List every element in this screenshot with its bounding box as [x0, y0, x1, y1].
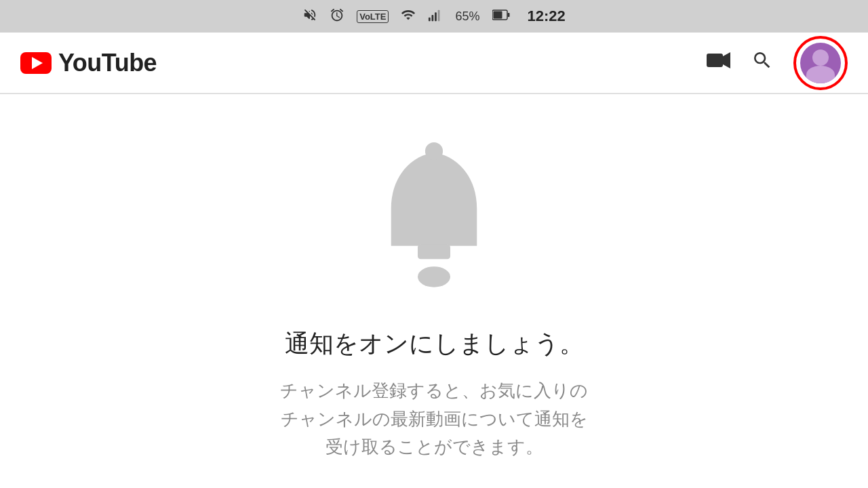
notification-title: 通知をオンにしましょう。	[285, 327, 584, 361]
video-camera-button[interactable]	[707, 51, 731, 75]
alarm-icon	[330, 7, 344, 26]
user-avatar	[800, 43, 841, 83]
battery-percentage: 65%	[455, 9, 479, 24]
signal-icon	[428, 7, 443, 26]
navbar-icons	[707, 36, 848, 90]
svg-rect-3	[438, 9, 440, 21]
main-content: 通知をオンにしましょう。 チャンネル登録すると、お気に入りの チャンネルの最新動…	[0, 94, 868, 462]
search-button[interactable]	[751, 49, 773, 76]
battery-icon	[492, 9, 510, 24]
wifi-icon	[401, 7, 416, 26]
avatar-person-icon	[800, 43, 841, 83]
svg-rect-6	[507, 13, 509, 17]
youtube-logo-text: YouTube	[58, 49, 157, 77]
bell-icon	[359, 135, 509, 298]
svg-rect-2	[435, 12, 437, 21]
navbar: YouTube	[0, 33, 868, 94]
svg-point-11	[418, 266, 450, 287]
svg-rect-5	[493, 11, 502, 18]
logo-container[interactable]: YouTube	[20, 49, 707, 77]
bell-icon-container	[359, 135, 509, 300]
notification-subtitle: チャンネル登録すると、お気に入りの チャンネルの最新動画について通知を 受け取る…	[280, 377, 588, 462]
volte-icon: VoLTE	[357, 10, 389, 23]
status-time: 12:22	[528, 7, 566, 25]
svg-marker-8	[723, 52, 730, 68]
subtitle-line2: チャンネルの最新動画について通知を	[280, 405, 588, 434]
svg-rect-1	[432, 15, 434, 21]
mute-icon	[302, 7, 317, 26]
status-bar: VoLTE 65% 12:2	[0, 0, 868, 33]
svg-rect-10	[418, 244, 450, 259]
subtitle-line1: チャンネル登録すると、お気に入りの	[280, 377, 588, 405]
subtitle-line3: 受け取ることができます。	[280, 433, 588, 462]
avatar-button[interactable]	[793, 36, 848, 90]
youtube-logo-icon	[20, 52, 52, 74]
svg-rect-0	[429, 17, 431, 20]
svg-rect-7	[707, 54, 723, 67]
svg-point-9	[425, 142, 443, 160]
